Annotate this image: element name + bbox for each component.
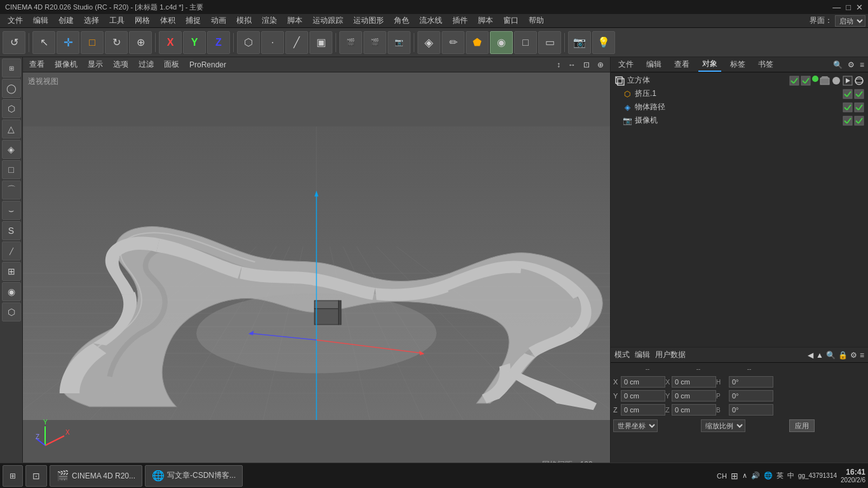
sidebar-btn-12[interactable]: ◉ xyxy=(2,282,21,301)
obj-extrude[interactable]: ⬡ 挤压.1 xyxy=(612,87,867,100)
menu-edit[interactable]: 编辑 xyxy=(28,14,53,27)
vt-prorender[interactable]: ProRender xyxy=(187,59,229,71)
z-pos-input[interactable] xyxy=(621,404,665,416)
menu-volume[interactable]: 体积 xyxy=(155,14,180,27)
z-rot-input[interactable] xyxy=(672,404,716,416)
obj-tab-tags[interactable]: 标签 xyxy=(726,58,749,71)
menu-file[interactable]: 文件 xyxy=(3,14,28,27)
attrib-tab-mode[interactable]: 模式 xyxy=(614,349,630,360)
menu-char[interactable]: 角色 xyxy=(389,14,414,27)
obj-tab-object[interactable]: 对象 xyxy=(698,57,721,72)
point-mode[interactable]: · xyxy=(261,31,284,54)
vt-filter[interactable]: 过滤 xyxy=(136,58,156,71)
menu-render[interactable]: 渲染 xyxy=(257,14,282,27)
sidebar-btn-4[interactable]: △ xyxy=(2,119,21,139)
render-vp[interactable]: 🎬 xyxy=(363,31,386,54)
menu-snap[interactable]: 捕捉 xyxy=(180,14,206,27)
obj-tab-edit[interactable]: 编辑 xyxy=(642,58,665,71)
menu-tools[interactable]: 工具 xyxy=(104,14,130,27)
rotate-tool[interactable]: ↻ xyxy=(105,31,128,54)
vt-icon-1[interactable]: ↕ xyxy=(554,59,563,71)
undo-button[interactable]: ↺ xyxy=(3,31,25,54)
close-btn[interactable]: ✕ xyxy=(856,3,863,12)
menu-select[interactable]: 选择 xyxy=(79,14,104,27)
sidebar-btn-7[interactable]: ⌒ xyxy=(2,180,21,200)
x-pos-input[interactable] xyxy=(621,376,665,388)
sys-volume[interactable]: 🔊 xyxy=(751,471,760,480)
menu-pipeline[interactable]: 流水线 xyxy=(414,14,447,27)
vt-options[interactable]: 选项 xyxy=(111,58,131,71)
active-tool[interactable]: ◉ xyxy=(490,31,513,54)
vt-icon-3[interactable]: ⊡ xyxy=(581,59,592,71)
spline-tool[interactable]: ⬟ xyxy=(466,31,489,54)
sidebar-btn-6[interactable]: □ xyxy=(2,160,21,179)
edge-mode[interactable]: ╱ xyxy=(285,31,308,54)
light-btn[interactable]: 💡 xyxy=(592,31,615,54)
obj-tab-view[interactable]: 查看 xyxy=(670,58,693,71)
paint-tool[interactable]: ✏ xyxy=(442,31,465,54)
y-scale-input[interactable] xyxy=(729,390,773,402)
transform-tool[interactable]: ⊕ xyxy=(129,31,152,54)
sidebar-btn-13[interactable]: ⬡ xyxy=(2,302,21,322)
y-rot-input[interactable] xyxy=(672,390,716,402)
vt-icon-2[interactable]: ↔ xyxy=(566,59,578,71)
obj-camera[interactable]: 📷 摄像机 xyxy=(612,114,867,127)
cinema4d-taskbtn[interactable]: 🎬 CINEMA 4D R20... xyxy=(50,465,142,487)
obj-more-icon[interactable]: ≡ xyxy=(860,60,864,69)
menu-create[interactable]: 创建 xyxy=(53,14,79,27)
menu-anim[interactable]: 动画 xyxy=(206,14,231,27)
x-scale-input[interactable] xyxy=(729,376,773,388)
apply-button[interactable]: 应用 xyxy=(789,419,815,432)
cube-view[interactable]: ◈ xyxy=(417,31,440,54)
vt-panel[interactable]: 面板 xyxy=(161,58,182,71)
task-view-btn[interactable]: ⊡ xyxy=(25,465,47,487)
obj-path[interactable]: ◈ 物体路径 xyxy=(612,100,867,114)
vt-camera[interactable]: 摄像机 xyxy=(52,58,80,71)
sidebar-btn-2[interactable]: ◯ xyxy=(2,79,21,98)
y-pos-input[interactable] xyxy=(621,390,665,402)
sidebar-btn-1[interactable]: ⊞ xyxy=(2,58,21,78)
menu-sim[interactable]: 模拟 xyxy=(231,14,257,27)
attrib-tab-edit[interactable]: 编辑 xyxy=(635,349,650,360)
sidebar-btn-3[interactable]: ⬡ xyxy=(2,99,21,118)
menu-mograph[interactable]: 运动图形 xyxy=(348,14,389,27)
obj-cube[interactable]: 立方体 xyxy=(612,74,867,87)
attrib-more-icon[interactable]: ≡ xyxy=(860,351,864,360)
sidebar-btn-8[interactable]: ⌣ xyxy=(2,201,21,220)
sidebar-btn-11[interactable]: ⊞ xyxy=(2,262,21,281)
poly-mode[interactable]: ▣ xyxy=(309,31,332,54)
attrib-back-icon[interactable]: ◀ xyxy=(808,351,813,360)
select-tool[interactable]: ↖ xyxy=(32,31,55,54)
x-axis[interactable]: X xyxy=(159,31,182,54)
object-mode[interactable]: ⬡ xyxy=(237,31,260,54)
x-rot-input[interactable] xyxy=(672,376,716,388)
sys-lang[interactable]: 英 xyxy=(776,471,783,480)
obj-tab-file[interactable]: 文件 xyxy=(614,58,637,71)
scale-mode-dropdown[interactable]: 缩放比例 xyxy=(701,419,745,432)
menu-plugin[interactable]: 插件 xyxy=(447,14,473,27)
obj-search-icon[interactable]: 🔍 xyxy=(833,60,843,69)
menu-window[interactable]: 窗口 xyxy=(498,14,524,27)
vt-icon-4[interactable]: ⊕ xyxy=(595,59,606,71)
sidebar-btn-10[interactable]: ╱ xyxy=(2,241,21,261)
camera-btn[interactable]: 📷 xyxy=(568,31,591,54)
interface-dropdown[interactable]: 启动 xyxy=(835,15,865,27)
render-settings[interactable]: 📷 xyxy=(388,31,410,54)
move-tool[interactable]: ✛ xyxy=(57,31,79,54)
z-scale-input[interactable] xyxy=(729,404,773,416)
clock[interactable]: 16:41 2020/2/6 xyxy=(841,468,865,484)
sys-network[interactable]: 🌐 xyxy=(764,471,773,480)
sidebar-btn-5[interactable]: ◈ xyxy=(2,140,21,159)
menu-help[interactable]: 帮助 xyxy=(524,14,549,27)
attrib-settings-icon[interactable]: ⚙ xyxy=(850,351,857,360)
maximize-btn[interactable]: □ xyxy=(846,3,851,12)
menu-mesh[interactable]: 网格 xyxy=(130,14,155,27)
interface-selector[interactable]: 界面： 启动 xyxy=(810,15,865,27)
vt-view[interactable]: 查看 xyxy=(27,58,47,71)
obj-settings-icon[interactable]: ⚙ xyxy=(848,60,855,69)
viewport-canvas[interactable]: 透视视图 网格间距：100 cm xyxy=(23,72,610,474)
vt-display[interactable]: 显示 xyxy=(85,58,105,71)
menu-script2[interactable]: 脚本 xyxy=(473,14,498,27)
window-controls[interactable]: — □ ✕ xyxy=(832,3,863,12)
browser-taskbtn[interactable]: 🌐 写文章-CSDN博客... xyxy=(145,465,243,487)
